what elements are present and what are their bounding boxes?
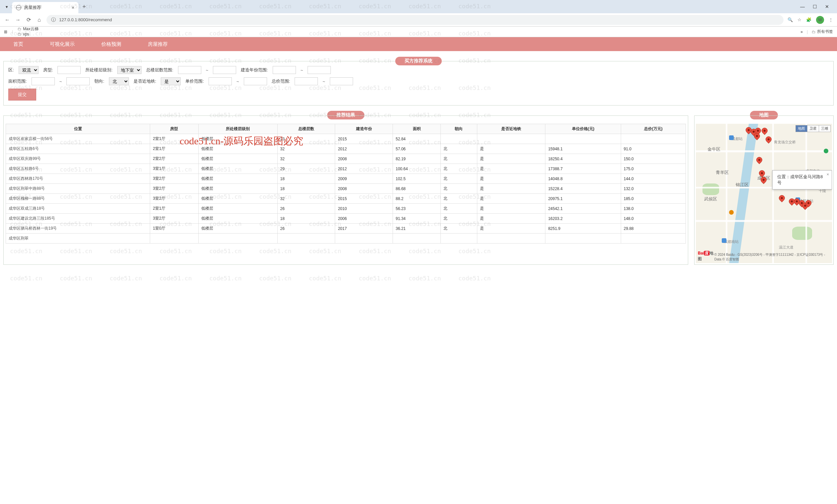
home-button[interactable]: ⌂: [36, 17, 42, 23]
table-cell: 175.0: [621, 164, 685, 174]
bookmark-star-icon[interactable]: ☆: [798, 17, 801, 22]
table-cell: 29.88: [621, 224, 685, 234]
map-type-3d[interactable]: 三维: [819, 126, 830, 132]
bookmarks-overflow[interactable]: »: [800, 30, 803, 34]
district-select[interactable]: 双流: [19, 66, 38, 74]
table-cell: 成华区崔家店横一街56号: [6, 134, 150, 144]
table-row[interactable]: 成华区建设北路三段185号3室2厅低楼层18200691.34北是16203.2…: [6, 214, 686, 224]
area-max[interactable]: [67, 77, 90, 85]
table-row[interactable]: 成华区槐柳一路88号3室2厅低楼层32201588.2北是20975.1185.…: [6, 194, 686, 204]
total-price-label: 总价范围:: [272, 78, 290, 84]
build-year-min[interactable]: [273, 66, 296, 74]
close-tab-icon[interactable]: ×: [72, 5, 74, 10]
train-station-icon: [729, 135, 734, 140]
unit-price-max[interactable]: [244, 77, 267, 85]
floor-level-select[interactable]: 地下室: [117, 66, 142, 74]
tab-list-dropdown[interactable]: ▾: [3, 3, 11, 11]
map-attribution: Bai度地图 © 2024 Baidu - GS(2023)3206号 - 甲测…: [698, 250, 830, 262]
area-min[interactable]: [32, 77, 55, 85]
table-cell: 成华区槐柳一路88号: [6, 194, 150, 204]
map-type-map[interactable]: 地图: [796, 126, 807, 132]
map-pin-icon[interactable]: [760, 126, 769, 135]
main-nav: 首页 可视化展示 价格预测 房屋推荐: [0, 37, 837, 51]
table-cell: 低楼层: [198, 194, 277, 204]
bookmark-item[interactable]: 🗀Max云梯: [18, 26, 58, 32]
table-row[interactable]: 成华区五桂路6号2室1厅低楼层32201257.06北是15948.191.0: [6, 144, 686, 154]
map-label: 温江大道: [779, 245, 794, 250]
table-cell: 3室2厅: [150, 174, 198, 184]
build-year-max[interactable]: [307, 66, 331, 74]
table-cell: 2室2厅: [150, 154, 198, 164]
total-price-min[interactable]: [295, 77, 318, 85]
browser-tab[interactable]: 房屋推荐 ×: [12, 2, 78, 13]
table-row[interactable]: 成华区崔家店横一街56号2室1厅低楼层23201552.84: [6, 134, 686, 144]
popup-close-icon[interactable]: ×: [826, 172, 829, 177]
table-cell: 2006: [335, 214, 393, 224]
map-pin-icon[interactable]: [764, 135, 772, 143]
back-button[interactable]: ←: [4, 17, 11, 23]
profile-avatar[interactable]: W: [816, 16, 824, 24]
total-price-max[interactable]: [330, 77, 353, 85]
table-row[interactable]: 成华区双成三路18号2室1厅低楼层26201056.23北是24542.1138…: [6, 204, 686, 214]
table-header: 总价(万元): [621, 124, 685, 134]
table-row[interactable]: 成华区驷马桥西林一街19号1室0厅低楼层26201736.21北是8251.92…: [6, 224, 686, 234]
nav-recommend[interactable]: 房屋推荐: [135, 41, 181, 48]
table-cell: 3室2厅: [150, 194, 198, 204]
baidu-logo: Bai度地图: [698, 250, 714, 262]
table-cell: 24542.1: [546, 204, 621, 214]
map-pin-icon[interactable]: [755, 156, 763, 164]
close-window-button[interactable]: ✕: [825, 4, 829, 9]
extensions-icon[interactable]: 🧩: [806, 17, 812, 22]
all-bookmarks[interactable]: 🗀所有书签: [812, 29, 833, 35]
table-cell: 是: [477, 184, 546, 194]
submit-button[interactable]: 提交: [8, 89, 36, 100]
nav-visualization[interactable]: 可视化展示: [37, 41, 88, 48]
menu-icon[interactable]: ⋮: [829, 17, 833, 22]
minimize-button[interactable]: —: [800, 4, 805, 9]
nav-price-predict[interactable]: 价格预测: [88, 41, 135, 48]
house-type-input[interactable]: [57, 66, 81, 74]
table-cell: [441, 134, 477, 144]
table-cell: 低楼层: [198, 174, 277, 184]
table-cell: 18: [277, 214, 335, 224]
total-floors-max[interactable]: [213, 66, 236, 74]
table-row[interactable]: 成华区西林路170号3室2厅低楼层182009102.5北是14048.8144…: [6, 174, 686, 184]
table-cell: [546, 234, 621, 244]
total-floors-label: 总楼层数范围:: [146, 67, 173, 73]
table-header: 单位价格(元): [546, 124, 621, 134]
forward-button[interactable]: →: [15, 17, 21, 23]
unit-price-min[interactable]: [209, 77, 232, 85]
apps-icon[interactable]: ⊞: [4, 30, 7, 34]
results-scroll[interactable]: code51.cn-源码乐园盗图必究 位置房型所处楼层级别总楼层数建造年份面积朝…: [3, 115, 688, 265]
new-tab-button[interactable]: +: [80, 3, 89, 10]
table-cell: [393, 234, 441, 244]
table-cell: 185.0: [621, 194, 685, 204]
map-label: 武侯区: [704, 196, 717, 202]
table-row[interactable]: 成华区双庆路99号2室2厅低楼层32200882.19北是18250.4150.…: [6, 154, 686, 164]
map-copyright: © 2024 Baidu - GS(2023)3206号 - 甲测资字11111…: [714, 253, 830, 262]
bookmark-item[interactable]: 🗀vps: [18, 32, 58, 37]
total-floors-min[interactable]: [178, 66, 201, 74]
map-canvas[interactable]: 金牛区 青羊区 锦江区 武侯区 成华区 成都站 青龙场立交桥 成都东站 成都南站…: [696, 124, 832, 263]
zoom-icon[interactable]: 🔍: [787, 17, 793, 22]
train-station-icon: [722, 238, 726, 243]
map-type-satellite[interactable]: 卫星: [807, 126, 819, 132]
direction-select[interactable]: 北: [109, 77, 129, 85]
table-cell: 15948.1: [546, 144, 621, 154]
url-input[interactable]: ⓘ 127.0.0.1:8000/recommend: [47, 15, 784, 25]
table-cell: 是: [477, 194, 546, 204]
nav-home[interactable]: 首页: [0, 41, 37, 48]
map-type-controls: 地图 卫星 三维: [796, 125, 831, 132]
reload-button[interactable]: ⟳: [25, 17, 32, 23]
near-metro-select[interactable]: 是: [161, 77, 181, 85]
table-row[interactable]: 成华区五桂路6号3室1厅低楼层292012100.64北是17388.7175.…: [6, 164, 686, 174]
table-header: 位置: [6, 124, 150, 134]
table-cell: 144.0: [621, 174, 685, 184]
table-cell: 3室2厅: [150, 184, 198, 194]
table-cell: 132.0: [621, 184, 685, 194]
maximize-button[interactable]: ☐: [813, 4, 817, 9]
table-row[interactable]: 成华区荆翠中路88号3室2厅低楼层18200886.68北是15228.4132…: [6, 184, 686, 194]
map-pin-icon[interactable]: [778, 194, 786, 202]
table-row[interactable]: 成华区荆翠: [6, 234, 686, 244]
site-info-icon[interactable]: ⓘ: [51, 17, 56, 23]
